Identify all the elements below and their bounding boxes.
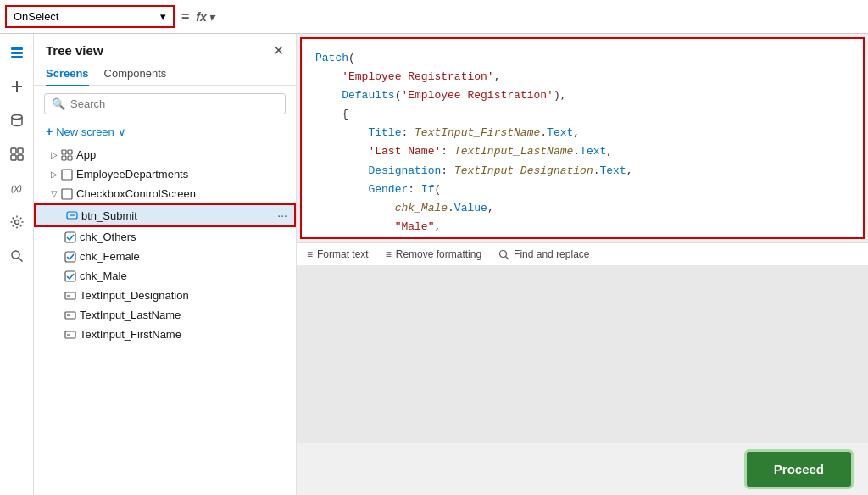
sidebar-icon-layers[interactable] [5, 41, 29, 64]
chevron-right-icon: ▷ [51, 150, 58, 159]
svg-point-30 [500, 250, 507, 257]
tree-header: Tree view ✕ [34, 34, 296, 64]
tree-tabs: Screens Components [34, 64, 296, 86]
tree-item-app[interactable]: ▷ App [34, 145, 296, 164]
tree-item-textinput-lastname[interactable]: TextInput_LastName [34, 305, 296, 325]
textinput-icon-3 [64, 329, 76, 341]
svg-rect-24 [65, 292, 75, 299]
svg-rect-23 [65, 271, 75, 281]
svg-rect-7 [18, 148, 23, 153]
checkbox-screen-label: CheckboxControlScreen [76, 187, 289, 200]
tab-components[interactable]: Components [104, 64, 167, 86]
equals-sign: = [181, 9, 189, 25]
find-replace-label: Find and replace [514, 248, 589, 260]
code-and-canvas: Patch( 'Employee Registration', Defaults… [297, 34, 868, 495]
button-icon [66, 209, 78, 221]
remove-formatting-button[interactable]: ≡ Remove formatting [386, 248, 481, 260]
tree-item-chk-female[interactable]: chk_Female [34, 247, 296, 266]
screen-icon-2 [61, 188, 73, 200]
find-replace-button[interactable]: Find and replace [498, 248, 589, 260]
tree-item-textinput-designation[interactable]: TextInput_Designation [34, 286, 296, 305]
new-screen-button[interactable]: + New screen ∨ [34, 121, 296, 145]
svg-rect-14 [68, 150, 72, 154]
property-dropdown-value: OnSelect [14, 10, 58, 23]
remove-formatting-label: Remove formatting [396, 248, 481, 260]
find-replace-icon [498, 249, 509, 260]
fx-button[interactable]: fx ▾ [196, 10, 214, 24]
bottom-area: Proceed [297, 443, 868, 495]
fx-chevron-icon: ▾ [209, 10, 214, 24]
svg-line-31 [506, 256, 509, 259]
more-options-icon[interactable]: ··· [277, 209, 287, 222]
svg-line-12 [19, 258, 23, 262]
svg-rect-15 [62, 156, 66, 160]
sidebar-icon-settings[interactable] [5, 210, 29, 234]
chk-male-label: chk_Male [80, 270, 289, 282]
app-item-label: App [76, 148, 289, 161]
screen-icon [61, 169, 73, 181]
new-screen-label: New screen [56, 125, 114, 138]
tree-item-chk-others[interactable]: chk_Others [34, 227, 296, 247]
svg-rect-8 [11, 155, 16, 160]
svg-rect-2 [11, 56, 23, 58]
checkbox-icon-3 [64, 270, 76, 282]
textinput-firstname-label: TextInput_FirstName [80, 328, 289, 341]
svg-rect-22 [65, 252, 75, 262]
tree-item-checkbox-screen[interactable]: ▽ CheckboxControlScreen [34, 184, 296, 203]
code-toolbar: ≡ Format text ≡ Remove formatting Find a… [297, 242, 868, 265]
fx-label: fx [196, 10, 206, 24]
checkbox-icon-2 [64, 251, 76, 263]
svg-rect-6 [11, 148, 16, 153]
tree-item-btn-submit[interactable]: btn_Submit ··· [34, 203, 296, 227]
chk-others-label: chk_Others [80, 231, 289, 243]
textinput-designation-label: TextInput_Designation [80, 289, 289, 302]
sidebar-icon-database[interactable] [5, 108, 29, 132]
tree-panel: Tree view ✕ Screens Components 🔍 + New s… [34, 34, 297, 495]
tree-item-chk-male[interactable]: chk_Male [34, 266, 296, 286]
main-content: (x) Tree view ✕ Screens Components 🔍 + N… [0, 34, 868, 495]
svg-point-5 [12, 115, 22, 120]
chevron-right-icon-2: ▷ [51, 170, 58, 179]
format-text-icon: ≡ [307, 248, 313, 260]
svg-rect-18 [62, 189, 72, 199]
tree-item-employee-departments[interactable]: ▷ EmployeeDepartments [34, 164, 296, 184]
right-section: Patch( 'Employee Registration', Defaults… [297, 34, 868, 495]
remove-format-icon: ≡ [386, 248, 392, 260]
tree-close-icon[interactable]: ✕ [273, 42, 284, 58]
sidebar-icon-variables[interactable]: (x) [5, 176, 29, 200]
svg-rect-9 [18, 155, 23, 160]
chevron-down-icon: ▽ [51, 189, 58, 198]
svg-rect-0 [11, 47, 23, 50]
sidebar-icon-search[interactable] [5, 244, 29, 268]
chk-female-label: chk_Female [80, 250, 289, 263]
textinput-lastname-label: TextInput_LastName [80, 309, 289, 321]
sidebar-icon-add[interactable] [5, 75, 29, 98]
svg-rect-1 [11, 52, 23, 54]
dropdown-chevron-icon: ▾ [160, 10, 166, 23]
formula-bar: OnSelect ▾ = fx ▾ [0, 0, 868, 34]
code-editor[interactable]: Patch( 'Employee Registration', Defaults… [300, 37, 865, 239]
format-text-button[interactable]: ≡ Format text [307, 248, 369, 260]
format-text-label: Format text [317, 248, 369, 260]
new-screen-plus-icon: + [46, 125, 53, 138]
sidebar-icon-components[interactable] [5, 142, 29, 166]
tree-title: Tree view [46, 43, 103, 58]
svg-rect-28 [65, 331, 75, 338]
svg-rect-17 [62, 170, 72, 180]
new-screen-chevron-icon: ∨ [118, 125, 126, 138]
employee-departments-label: EmployeeDepartments [76, 168, 289, 181]
tree-item-textinput-firstname[interactable]: TextInput_FirstName [34, 325, 296, 344]
svg-point-11 [12, 251, 19, 259]
tab-screens[interactable]: Screens [46, 64, 89, 86]
svg-rect-26 [65, 312, 75, 319]
sidebar-icons: (x) [0, 34, 34, 495]
svg-rect-13 [62, 150, 66, 154]
tree-items: ▷ App ▷ EmployeeDepartments ▽ CheckboxCo… [34, 145, 296, 495]
proceed-button[interactable]: Proceed [747, 452, 851, 487]
property-dropdown[interactable]: OnSelect ▾ [5, 5, 175, 28]
svg-point-10 [14, 220, 19, 225]
search-input[interactable] [70, 97, 278, 110]
textinput-icon [64, 290, 76, 302]
textinput-icon-2 [64, 309, 76, 321]
canvas-area [297, 265, 868, 443]
